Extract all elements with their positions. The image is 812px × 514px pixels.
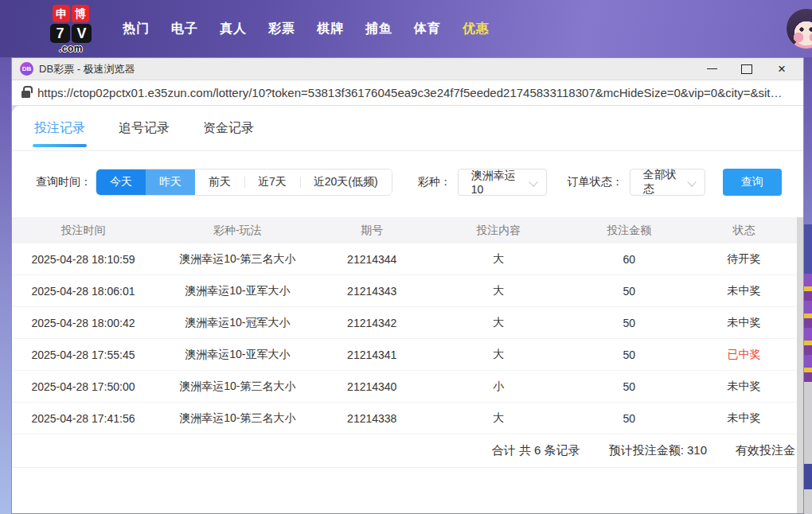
table-header-row: 投注时间彩种-玩法期号投注内容投注金额状态 xyxy=(12,217,803,243)
cell-time: 2025-04-28 17:41:56 xyxy=(12,412,154,425)
table-row: 2025-04-28 18:00:42澳洲幸运10-冠军大小21214342大5… xyxy=(12,307,803,339)
time-option-2[interactable]: 前天 xyxy=(195,169,244,195)
table-row: 2025-04-28 17:50:00澳洲幸运10-第三名大小21214340小… xyxy=(12,371,803,403)
cell-game: 澳洲幸运10-第三名大小 xyxy=(154,411,321,426)
window-title: DB彩票 - 极速浏览器 xyxy=(39,62,135,76)
time-filter-group: 今天昨天前天近7天近20天(低频) xyxy=(96,169,392,196)
column-header-2: 期号 xyxy=(321,224,424,238)
nav-item-5[interactable]: 捕鱼 xyxy=(365,21,392,37)
cell-issue: 21214343 xyxy=(321,285,424,298)
time-option-3[interactable]: 近7天 xyxy=(244,169,300,195)
column-header-0: 投注时间 xyxy=(12,224,154,238)
cell-time: 2025-04-28 18:00:42 xyxy=(12,317,154,329)
cell-content: 小 xyxy=(424,380,574,394)
nav-item-2[interactable]: 真人 xyxy=(220,21,247,37)
order-status-label: 订单状态： xyxy=(568,175,623,189)
table-row: 2025-04-28 17:41:56澳洲幸运10-第三名大小21214338大… xyxy=(12,403,803,434)
nav-item-1[interactable]: 电子 xyxy=(171,21,198,37)
summary-total-records: 合计 共 6 条记录 xyxy=(492,443,580,458)
bet-records-table: 投注时间彩种-玩法期号投注内容投注金额状态 2025-04-28 18:10:5… xyxy=(12,217,803,434)
cell-content: 大 xyxy=(424,348,574,362)
nav-item-3[interactable]: 彩票 xyxy=(268,21,295,37)
cell-issue: 21214338 xyxy=(321,412,424,425)
cell-issue: 21214341 xyxy=(321,349,424,361)
page-content: 投注记录 追号记录 资金记录 查询时间： 今天昨天前天近7天近20天(低频) 彩… xyxy=(12,106,803,513)
filter-bar: 查询时间： 今天昨天前天近7天近20天(低频) 彩种： 澳洲幸运10 订单状态：… xyxy=(36,169,803,196)
cell-game: 澳洲幸运10-亚军大小 xyxy=(154,284,321,298)
cell-status: 未中奖 xyxy=(685,380,803,394)
cell-time: 2025-04-28 18:06:01 xyxy=(12,285,154,298)
cell-amount: 50 xyxy=(574,412,685,425)
lottery-filter-label: 彩种： xyxy=(418,175,451,189)
time-filter-label: 查询时间： xyxy=(36,175,92,189)
browser-favicon: DB xyxy=(20,62,33,76)
cell-issue: 21214340 xyxy=(321,380,424,393)
logo-char-shen: 申 xyxy=(53,5,70,22)
nav-item-0[interactable]: 热门 xyxy=(123,21,150,37)
url-text[interactable]: https://ctop02pctx01.e35zun.com/lottery/… xyxy=(37,86,782,99)
tab-chase-records[interactable]: 追号记录 xyxy=(119,106,170,150)
query-button[interactable]: 查询 xyxy=(723,169,782,196)
logo-char-bo: 博 xyxy=(72,5,89,22)
cell-game: 澳洲幸运10-第三名大小 xyxy=(154,252,321,267)
cell-content: 大 xyxy=(424,252,574,267)
table-row: 2025-04-28 18:06:01澳洲幸运10-亚军大小21214343大5… xyxy=(12,275,803,307)
nav-item-4[interactable]: 棋牌 xyxy=(317,21,344,37)
logo-char-7: 7 xyxy=(50,24,70,43)
cell-status: 已中奖 xyxy=(685,348,803,362)
nav-item-6[interactable]: 体育 xyxy=(414,21,441,37)
table-body: 2025-04-28 18:10:59澳洲幸运10-第三名大小21214344大… xyxy=(12,243,803,434)
lottery-select-value: 澳洲幸运10 xyxy=(471,169,522,196)
cell-status: 待开奖 xyxy=(685,252,803,267)
cell-content: 大 xyxy=(424,316,574,330)
cell-amount: 50 xyxy=(574,349,685,361)
table-row: 2025-04-28 18:10:59澳洲幸运10-第三名大小21214344大… xyxy=(12,243,803,275)
site-menu: 热门电子真人彩票棋牌捕鱼体育优惠 xyxy=(123,21,490,37)
tab-bet-records[interactable]: 投注记录 xyxy=(34,106,85,150)
tab-fund-records[interactable]: 资金记录 xyxy=(203,106,254,150)
logo-dotcom: .com xyxy=(59,44,83,53)
cell-game: 澳洲幸运10-亚军大小 xyxy=(154,348,321,362)
browser-window: DB DB彩票 - 极速浏览器 × https://ctop02pctx01.e… xyxy=(11,57,804,514)
site-navbar: 申 博 7 V .com 热门电子真人彩票棋牌捕鱼体育优惠 xyxy=(0,0,812,57)
cell-time: 2025-04-28 17:55:45 xyxy=(12,349,154,361)
summary-expected-amount: 预计投注金额: 310 xyxy=(609,443,707,458)
cell-status: 未中奖 xyxy=(685,411,803,426)
address-bar[interactable]: https://ctop02pctx01.e35zun.com/lottery/… xyxy=(12,80,803,106)
cell-content: 大 xyxy=(424,411,574,426)
cell-issue: 21214344 xyxy=(321,253,424,266)
column-header-5: 状态 xyxy=(685,224,803,238)
record-tabs: 投注记录 追号记录 资金记录 xyxy=(12,106,803,151)
background-window-fragment xyxy=(804,224,812,274)
minimize-icon[interactable] xyxy=(705,62,719,76)
cell-status: 未中奖 xyxy=(685,284,803,298)
background-window-fragment xyxy=(804,489,812,514)
background-window-fragment xyxy=(804,382,812,464)
background-window-fragment xyxy=(804,274,812,382)
site-logo[interactable]: 申 博 7 V .com xyxy=(48,5,94,53)
user-avatar[interactable] xyxy=(786,8,812,49)
table-row: 2025-04-28 17:55:45澳洲幸运10-亚军大小21214341大5… xyxy=(12,339,803,371)
screen: 申 博 7 V .com 热门电子真人彩票棋牌捕鱼体育优惠 DB DB彩票 - … xyxy=(0,0,812,514)
page-scrollbar[interactable] xyxy=(797,217,803,513)
logo-char-v: V xyxy=(72,24,92,43)
cell-status: 未中奖 xyxy=(685,316,803,330)
lottery-select[interactable]: 澳洲幸运10 xyxy=(458,169,547,196)
order-status-select[interactable]: 全部状态 xyxy=(630,169,705,196)
summary-valid-amount: 有效投注金 xyxy=(736,443,795,458)
cell-amount: 50 xyxy=(574,317,685,329)
time-option-4[interactable]: 近20天(低频) xyxy=(300,169,392,195)
close-icon[interactable]: × xyxy=(775,62,789,76)
nav-item-7[interactable]: 优惠 xyxy=(463,21,490,37)
cell-game: 澳洲幸运10-冠军大小 xyxy=(154,316,321,330)
column-header-4: 投注金额 xyxy=(574,224,685,238)
lock-icon xyxy=(21,91,30,98)
cell-game: 澳洲幸运10-第三名大小 xyxy=(154,380,321,394)
time-option-0[interactable]: 今天 xyxy=(96,169,146,195)
cell-amount: 50 xyxy=(574,380,685,393)
time-option-1[interactable]: 昨天 xyxy=(146,169,195,195)
cell-issue: 21214342 xyxy=(321,317,424,329)
maximize-icon[interactable] xyxy=(740,62,754,76)
window-titlebar: DB DB彩票 - 极速浏览器 × xyxy=(12,58,803,80)
order-status-value: 全部状态 xyxy=(643,168,681,197)
